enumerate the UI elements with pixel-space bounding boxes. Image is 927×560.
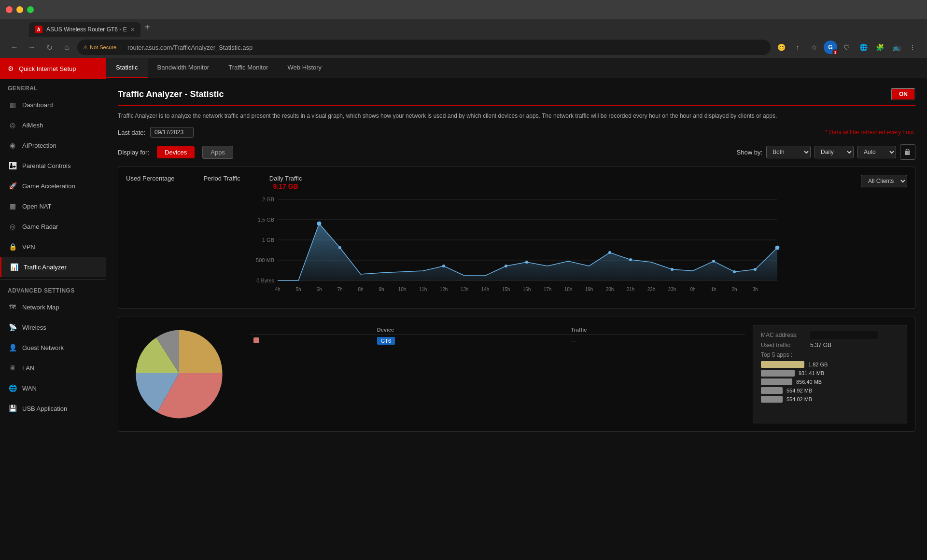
sidebar-item-traffic-analyzer[interactable]: 📊 Traffic Analyzer [0, 257, 106, 277]
sidebar-item-guest-network[interactable]: 👤 Guest Network [0, 337, 106, 358]
title-row: Traffic Analyzer - Statistic ON [118, 88, 915, 106]
sidebar-item-label: VPN [22, 243, 35, 251]
share-icon[interactable]: ↑ [791, 41, 804, 54]
sidebar-item-label: Game Acceleration [22, 182, 75, 190]
sidebar-item-label: AiMesh [22, 122, 43, 129]
tab-web-history[interactable]: Web History [278, 58, 332, 78]
show-by-row: Show by: Both Download Upload Daily Week… [737, 144, 915, 160]
toggle-button[interactable]: ON [891, 88, 915, 100]
svg-text:6h: 6h [316, 287, 322, 292]
sidebar-item-label: Parental Controls [22, 162, 70, 169]
home-button[interactable]: ⌂ [60, 41, 73, 54]
period-select[interactable]: Daily Weekly Monthly [815, 146, 854, 158]
sidebar-item-usb-application[interactable]: 💾 USB Application [0, 398, 106, 419]
extensions-icon[interactable]: 🧩 [873, 41, 886, 54]
tab-traffic-monitor[interactable]: Traffic Monitor [219, 58, 278, 78]
device-table-wrapper: Device Traffic GT6 — [250, 325, 745, 423]
parental-icon: 👨‍👧 [8, 161, 17, 170]
sidebar-top-item-quicksetup[interactable]: ⚙ Quick Internet Setup [0, 58, 106, 79]
sidebar-item-aimesh[interactable]: ◎ AiMesh [0, 115, 106, 135]
tab-close-icon[interactable]: × [131, 26, 135, 33]
table-row[interactable]: GT6 — [250, 335, 745, 347]
app-value-4: 554.92 MB [787, 388, 812, 393]
address-bar[interactable]: ⚠ Not Secure | router.asus.com/TrafficAn… [77, 40, 771, 55]
app-value-3: 856.40 MB [796, 379, 822, 385]
sidebar-item-wan[interactable]: 🌐 WAN [0, 378, 106, 398]
sidebar-item-wireless[interactable]: 📡 Wireless [0, 317, 106, 337]
last-date-row: Last date: * Data will be refreshed ever… [118, 127, 915, 138]
svg-text:21h: 21h [627, 287, 635, 292]
app-bar-row-4: 554.92 MB [761, 387, 899, 394]
chart-dot [505, 265, 507, 267]
tab-bandwidth-monitor[interactable]: Bandwidth Monitor [148, 58, 219, 78]
used-traffic-value: 5.37 GB [810, 342, 831, 349]
mac-address-row: MAC address: [761, 331, 899, 339]
all-clients-select[interactable]: All Clients [861, 175, 907, 187]
show-by-label: Show by: [737, 149, 762, 156]
btn-apps[interactable]: Apps [202, 146, 233, 159]
close-button[interactable] [6, 6, 13, 13]
open-nat-icon: ▦ [8, 201, 17, 211]
svg-text:20h: 20h [606, 287, 614, 292]
shield-icon[interactable]: 🛡 [840, 41, 854, 54]
sidebar-item-aiprotection[interactable]: ◉ AIProtection [0, 135, 106, 155]
sidebar-item-open-nat[interactable]: ▦ Open NAT [0, 196, 106, 216]
sidebar-item-game-acceleration[interactable]: 🚀 Game Acceleration [0, 176, 106, 196]
back-button[interactable]: ← [8, 41, 21, 54]
more-icon[interactable]: ⋮ [906, 41, 919, 54]
minimize-button[interactable] [16, 6, 23, 13]
refresh-note: * Data will be refreshed every hour. [825, 129, 915, 136]
address-bar-row: ← → ↻ ⌂ ⚠ Not Secure | router.asus.com/T… [0, 37, 927, 58]
chart-dot [525, 261, 528, 264]
bookmark-icon[interactable]: ☆ [807, 41, 821, 54]
guest-network-icon: 👤 [8, 343, 17, 352]
svg-text:19h: 19h [585, 287, 593, 292]
chart-dot [608, 251, 611, 254]
app-bar-row-5: 554.02 MB [761, 396, 899, 403]
sidebar-item-label: Network Map [22, 304, 59, 311]
sidebar-item-game-radar[interactable]: ◎ Game Radar [0, 216, 106, 237]
gt6-badge: GT6 [377, 337, 395, 345]
pie-chart [126, 325, 232, 421]
sidebar-item-label: Open NAT [22, 203, 51, 210]
svg-text:2 GB: 2 GB [262, 196, 274, 202]
browser-tab-active[interactable]: A ASUS Wireless Router GT6 - E × [29, 22, 140, 37]
profile-icon[interactable]: G 1 [824, 41, 837, 54]
sidebar-item-label: Wireless [22, 324, 46, 331]
sidebar-item-parental-controls[interactable]: 👨‍👧 Parental Controls [0, 155, 106, 176]
sidebar-item-dashboard[interactable]: ▦ Dashboard [0, 95, 106, 115]
pie-chart-section [126, 325, 242, 423]
svg-text:22h: 22h [647, 287, 656, 292]
svg-text:1 GB: 1 GB [262, 237, 274, 243]
translate-icon[interactable]: 🌐 [857, 41, 870, 54]
account-icon[interactable]: 😊 [774, 41, 788, 54]
new-tab-button[interactable]: + [144, 22, 150, 33]
btn-devices[interactable]: Devices [157, 146, 195, 158]
app-bar-3 [761, 378, 792, 385]
svg-text:23h: 23h [668, 287, 676, 292]
svg-text:7h: 7h [337, 287, 342, 292]
reload-button[interactable]: ↻ [42, 41, 56, 54]
graph-container: Used Percentage Period Traffic Daily Tra… [118, 167, 915, 309]
sidebar-item-label: WAN [22, 385, 37, 392]
mac-bar [810, 331, 878, 339]
sidebar-item-lan[interactable]: 🖥 LAN [0, 358, 106, 378]
sidebar-item-network-map[interactable]: 🗺 Network Map [0, 297, 106, 317]
show-by-select[interactable]: Both Download Upload [766, 146, 811, 158]
forward-button[interactable]: → [25, 41, 39, 54]
daily-traffic-label: Daily Traffic [269, 175, 302, 182]
tab-favicon: A [35, 26, 42, 33]
last-date-input[interactable] [150, 127, 194, 138]
cast-icon[interactable]: 📺 [889, 41, 903, 54]
sidebar-item-label: Game Radar [22, 223, 58, 230]
scale-select[interactable]: Auto 1 GB 500 MB [857, 146, 896, 158]
delete-button[interactable]: 🗑 [900, 144, 915, 160]
aimesh-icon: ◎ [8, 120, 17, 130]
maximize-button[interactable] [27, 6, 34, 13]
last-date-label: Last date: [118, 129, 145, 136]
top5-label: Top 5 apps : [761, 351, 804, 358]
sidebar-top-label: Quick Internet Setup [19, 65, 76, 72]
app-bar-row-3: 856.40 MB [761, 378, 899, 385]
tab-statistic[interactable]: Statistic [106, 58, 148, 78]
sidebar-item-vpn[interactable]: 🔒 VPN [0, 237, 106, 257]
